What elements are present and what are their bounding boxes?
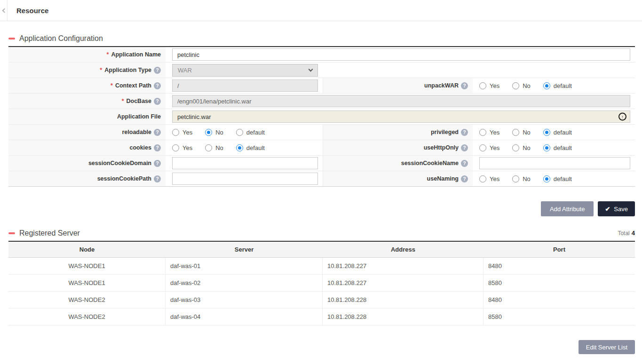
- help-icon[interactable]: ?: [154, 98, 161, 105]
- cell-address: 10.81.208.228: [323, 292, 483, 308]
- application-type-label: * Application Type ?: [8, 63, 166, 78]
- radio-icon: [512, 144, 519, 151]
- help-icon[interactable]: ?: [461, 175, 468, 182]
- back-button[interactable]: [0, 0, 8, 21]
- cell-address: 10.81.208.228: [323, 309, 483, 325]
- sessioncookiename-input[interactable]: [479, 157, 630, 169]
- cookies-label: cookies ?: [8, 140, 166, 155]
- sessioncookiepath-input[interactable]: [172, 173, 318, 185]
- radio-yes[interactable]: Yes: [479, 175, 499, 182]
- radio-yes[interactable]: Yes: [479, 129, 499, 136]
- form-row-session-cookie-domain: sessionCookieDomain ? sessionCookieName …: [8, 156, 635, 171]
- radio-yes[interactable]: Yes: [479, 144, 499, 151]
- usehttponly-radio-group: Yes No default: [479, 144, 585, 151]
- radio-default[interactable]: default: [543, 144, 572, 151]
- sessioncookiepath-label: sessionCookiePath ?: [8, 171, 166, 186]
- cell-node: WAS-NODE1: [8, 275, 166, 291]
- context-path-input: [172, 79, 318, 92]
- section-title: Registered Server: [19, 229, 80, 237]
- radio-icon: [236, 144, 243, 151]
- page-title: Resource: [8, 0, 48, 21]
- radio-default[interactable]: default: [236, 144, 265, 151]
- table-row: WAS-NODE1 daf-was-02 10.81.208.227 8580: [8, 275, 635, 292]
- help-icon[interactable]: ?: [461, 160, 468, 167]
- cell-server: daf-was-02: [166, 275, 323, 291]
- usehttponly-label: useHttpOnly ?: [323, 140, 473, 155]
- application-name-input[interactable]: [172, 48, 630, 61]
- radio-yes[interactable]: Yes: [172, 129, 192, 136]
- radio-icon: [512, 82, 519, 89]
- chevron-down-icon: [309, 67, 313, 71]
- radio-no[interactable]: No: [512, 144, 531, 151]
- radio-icon: [479, 129, 486, 136]
- radio-no[interactable]: No: [512, 82, 531, 89]
- help-icon[interactable]: ?: [461, 144, 468, 151]
- radio-yes[interactable]: Yes: [172, 144, 192, 151]
- radio-default[interactable]: default: [543, 82, 572, 89]
- radio-icon: [479, 82, 486, 89]
- radio-icon: [172, 129, 179, 136]
- help-icon[interactable]: ?: [461, 129, 468, 136]
- total-count: Total4: [618, 229, 635, 237]
- column-header-node: Node: [8, 242, 166, 257]
- unpackwar-radio-group: Yes No default: [479, 82, 585, 89]
- help-icon[interactable]: ?: [154, 67, 161, 74]
- sessioncookiedomain-input[interactable]: [172, 157, 318, 169]
- section-title: Application Configuration: [19, 34, 103, 43]
- cell-node: WAS-NODE1: [8, 258, 166, 274]
- table-row: WAS-NODE2 daf-was-04 10.81.208.228 8580: [8, 309, 635, 325]
- radio-icon: [236, 129, 243, 136]
- cell-server: daf-was-01: [166, 258, 323, 274]
- help-icon[interactable]: ?: [461, 82, 468, 89]
- radio-no[interactable]: No: [512, 129, 531, 136]
- radio-default[interactable]: default: [236, 129, 265, 136]
- docbase-label: * DocBase ?: [8, 94, 166, 109]
- edit-server-list-button[interactable]: Edit Server List: [579, 340, 635, 354]
- radio-icon: [479, 175, 486, 182]
- form-row-application-file: Application File ↑: [8, 109, 635, 125]
- docbase-input: [172, 95, 630, 107]
- application-config-form: * Application Name * Application Type ? …: [8, 46, 635, 187]
- radio-icon: [479, 144, 486, 151]
- registered-server-section-header: Registered Server: [8, 229, 80, 237]
- column-header-address: Address: [323, 242, 483, 257]
- radio-default[interactable]: default: [543, 175, 572, 182]
- application-name-label: * Application Name: [8, 47, 166, 62]
- form-row-context-path: * Context Path ? unpackWAR ? Yes: [8, 78, 635, 94]
- help-icon[interactable]: ?: [154, 160, 161, 167]
- form-row-cookies: cookies ? Yes No default: [8, 140, 635, 156]
- radio-no[interactable]: No: [205, 129, 223, 136]
- privileged-radio-group: Yes No default: [479, 129, 585, 136]
- required-asterisk: *: [100, 67, 102, 73]
- radio-icon: [543, 82, 550, 89]
- registered-server-table: Node Server Address Port WAS-NODE1 daf-w…: [8, 241, 635, 325]
- column-header-server: Server: [166, 242, 323, 257]
- usenaming-label: useNaming ?: [323, 171, 473, 186]
- cell-server: daf-was-04: [166, 309, 323, 325]
- help-icon[interactable]: ?: [154, 129, 161, 136]
- help-icon[interactable]: ?: [154, 144, 161, 151]
- reloadable-radio-group: Yes No default: [172, 129, 277, 136]
- sessioncookiename-label: sessionCookieName ?: [323, 156, 473, 171]
- radio-icon: [512, 175, 519, 182]
- save-button[interactable]: ✔ Save: [598, 201, 635, 216]
- table-row: WAS-NODE1 daf-was-01 10.81.208.227 8480: [8, 258, 635, 275]
- page-header: Resource: [0, 0, 642, 21]
- cell-port: 8480: [483, 258, 635, 274]
- help-icon[interactable]: ?: [154, 82, 161, 89]
- radio-icon: [543, 129, 550, 136]
- radio-no[interactable]: No: [512, 175, 531, 182]
- radio-no[interactable]: No: [205, 144, 223, 151]
- cell-port: 8580: [483, 275, 635, 291]
- cell-port: 8480: [483, 292, 635, 308]
- add-attribute-button[interactable]: Add Attribute: [541, 201, 594, 216]
- cell-address: 10.81.208.227: [323, 275, 483, 291]
- upload-icon[interactable]: ↑: [618, 113, 626, 121]
- application-file-label: Application File: [8, 109, 166, 124]
- section-dash-icon: [8, 38, 15, 40]
- radio-default[interactable]: default: [543, 129, 572, 136]
- radio-icon: [205, 129, 212, 136]
- table-header-row: Node Server Address Port: [8, 242, 635, 258]
- help-icon[interactable]: ?: [154, 175, 161, 182]
- radio-yes[interactable]: Yes: [479, 82, 499, 89]
